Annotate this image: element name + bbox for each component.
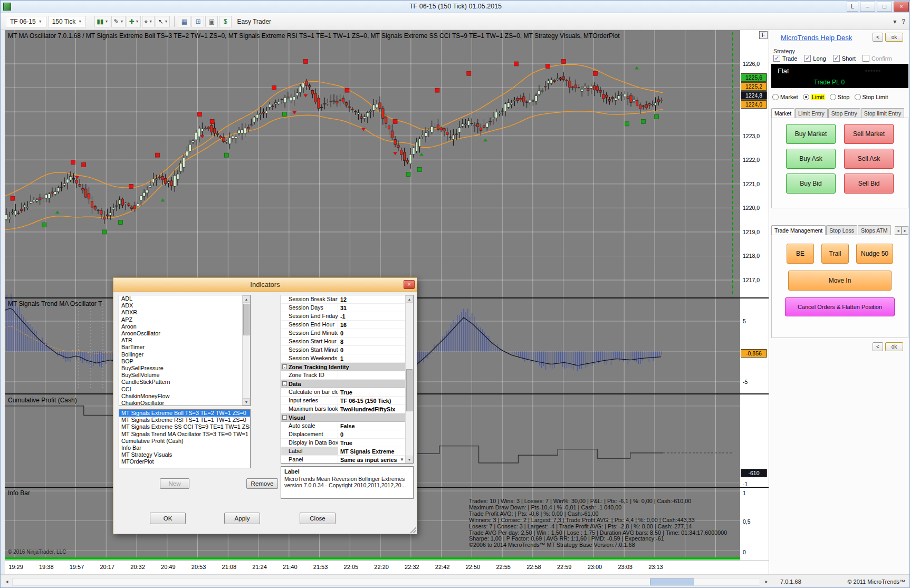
- configured-indicators-list[interactable]: MT Signals Extreme Boll TS=3 TE=2 TW=1 Z…: [119, 409, 251, 468]
- available-indicator-item[interactable]: ChaikinMoneyFlow: [119, 393, 242, 400]
- available-indicator-item[interactable]: Bollinger: [119, 351, 242, 358]
- scrollbar-thumb[interactable]: [243, 304, 250, 335]
- tile-horizontal-icon[interactable]: ▦: [178, 16, 190, 27]
- ok-button[interactable]: ok: [885, 33, 903, 42]
- property-group-header[interactable]: -Visual: [281, 413, 405, 422]
- property-value[interactable]: True: [338, 440, 405, 446]
- order-type-limit[interactable]: Limit: [803, 94, 825, 100]
- be-button[interactable]: BE: [787, 244, 814, 264]
- property-row[interactable]: PanelSame as input series▼: [281, 456, 405, 463]
- configured-indicator-item[interactable]: MT Signals Extreme Boll TS=3 TE=2 TW=1 Z…: [119, 410, 250, 417]
- scroll-up-icon[interactable]: ▲: [406, 295, 413, 303]
- price-axis[interactable]: 1226,01223,01222,01221,01220,01219,01218…: [740, 30, 769, 561]
- scrollbar-thumb[interactable]: [650, 579, 694, 585]
- data-series-icon[interactable]: $: [219, 16, 232, 27]
- tab-stop-entry[interactable]: Stop Entry: [828, 108, 860, 118]
- remove-button[interactable]: Remove: [246, 478, 278, 489]
- ok-button[interactable]: OK: [150, 513, 186, 524]
- buy-bid-button[interactable]: Buy Bid: [786, 173, 836, 194]
- property-row[interactable]: Session Weekends1: [281, 354, 405, 363]
- property-value[interactable]: -1: [338, 313, 405, 320]
- available-indicator-item[interactable]: ADX: [119, 302, 242, 309]
- available-indicator-item[interactable]: ATR: [119, 337, 242, 344]
- configured-indicator-item[interactable]: MTOrderPlot: [119, 458, 250, 465]
- collapse-group-icon[interactable]: -: [282, 381, 287, 386]
- ok-button[interactable]: ok: [885, 342, 903, 351]
- property-row[interactable]: Display in Data BoxTrue: [281, 439, 405, 447]
- scroll-down-icon[interactable]: ▼: [406, 456, 413, 463]
- property-row[interactable]: Input seriesTF 06-15 (150 Tick): [281, 397, 405, 405]
- property-value[interactable]: 0: [338, 431, 405, 438]
- grid-scrollbar[interactable]: ▲ ▼: [405, 295, 413, 463]
- scroll-up-icon[interactable]: ▲: [243, 295, 250, 303]
- available-indicator-item[interactable]: ChaikinOscillator: [119, 400, 242, 406]
- marker-icon[interactable]: ✚▼: [127, 16, 141, 27]
- property-row[interactable]: Calculate on bar closTrue: [281, 388, 405, 397]
- property-value[interactable]: MT Signals Extreme: [338, 448, 405, 455]
- property-value[interactable]: 1: [338, 355, 405, 362]
- chart-style-icon[interactable]: ▮▮▼: [94, 16, 110, 27]
- maximize-button[interactable]: □: [877, 2, 892, 12]
- configured-indicator-item[interactable]: MT Signals Extreme RSI TS=1 TE=1 TW=1 ZS…: [119, 417, 250, 423]
- available-indicator-item[interactable]: AroonOscillator: [119, 330, 242, 337]
- available-indicators-list[interactable]: ADLADXADXRAPZAroonAroonOscillatorATRBarT…: [119, 295, 251, 406]
- order-type-stop-limit[interactable]: Stop Limit: [855, 94, 888, 100]
- tab-stops-atm[interactable]: Stops ATM: [858, 225, 891, 235]
- drawing-tools-icon[interactable]: ✎▼: [111, 16, 126, 27]
- buy-ask-button[interactable]: Buy Ask: [786, 149, 836, 169]
- tab-stop-loss[interactable]: Stop Loss: [826, 225, 857, 235]
- crosshair-icon[interactable]: ⌖▼: [142, 16, 155, 27]
- property-value[interactable]: 12: [338, 296, 405, 303]
- property-group-header[interactable]: -Zone Tracking Identity: [281, 363, 405, 371]
- snapshot-icon[interactable]: ▣: [205, 16, 218, 27]
- property-value[interactable]: 8: [338, 339, 405, 345]
- toolbar-overflow-icon[interactable]: ▾: [893, 18, 896, 25]
- scroll-down-icon[interactable]: ▼: [243, 398, 250, 406]
- tab-trade-management[interactable]: Trade Management: [771, 225, 826, 235]
- help-desk-link[interactable]: MicroTrends Help Desk: [781, 34, 852, 42]
- property-value[interactable]: TF 06-15 (150 Tick): [338, 398, 405, 404]
- available-indicator-item[interactable]: ADXR: [119, 309, 242, 316]
- tab-scroll-arrow[interactable]: ◂: [895, 226, 902, 235]
- property-value[interactable]: Same as input series▼: [338, 457, 405, 463]
- scroll-left-icon[interactable]: ◂: [3, 578, 11, 586]
- collapse-panel-button[interactable]: <: [873, 342, 883, 351]
- configured-indicator-item[interactable]: MT Signals Extreme SS CCI TS=9 TE=1 TW=1…: [119, 423, 250, 430]
- tab-stop-limit-entry[interactable]: Stop limit Entry: [861, 108, 905, 118]
- collapse-group-icon[interactable]: -: [282, 364, 287, 369]
- close-button[interactable]: Close: [300, 513, 336, 524]
- property-value[interactable]: False: [338, 423, 405, 429]
- order-type-market[interactable]: Market: [772, 94, 798, 100]
- available-indicator-item[interactable]: ADL: [119, 295, 242, 302]
- property-row[interactable]: LabelMT Signals Extreme: [281, 447, 405, 456]
- tab-limit-entry[interactable]: Limit Entry: [795, 108, 828, 118]
- property-row[interactable]: Session End Friday-1: [281, 312, 405, 321]
- help-icon[interactable]: ?: [902, 18, 905, 25]
- order-type-stop[interactable]: Stop: [830, 94, 850, 100]
- property-row[interactable]: Session Break Start12: [281, 295, 405, 304]
- available-indicator-item[interactable]: APZ: [119, 316, 242, 323]
- property-value[interactable]: 0: [338, 330, 405, 336]
- property-row[interactable]: Session End Minute0: [281, 329, 405, 338]
- time-axis[interactable]: 19:2919:3819:5720:1720:3220:4920:5321:08…: [5, 561, 769, 574]
- property-value[interactable]: TwoHundredFiftySix: [338, 406, 405, 412]
- configured-indicator-item[interactable]: Info Bar: [119, 445, 250, 451]
- new-button[interactable]: New: [160, 478, 189, 489]
- scrollbar-thumb[interactable]: [406, 369, 413, 411]
- available-indicator-item[interactable]: BuySellVolume: [119, 372, 242, 379]
- dialog-title-bar[interactable]: Indicators ×: [113, 278, 417, 292]
- interval-dropdown[interactable]: 150 Tick ▼: [48, 16, 87, 27]
- sell-bid-button[interactable]: Sell Bid: [844, 173, 894, 194]
- cancel-flatten-button[interactable]: Cancel Orders & Flatten Position: [785, 297, 895, 316]
- apply-button[interactable]: Apply: [224, 513, 260, 524]
- property-value[interactable]: 0: [338, 347, 405, 353]
- checkbox-short[interactable]: ✓Short: [833, 55, 856, 62]
- property-row[interactable]: Auto scaleFalse: [281, 422, 405, 430]
- property-group-header[interactable]: -Data: [281, 380, 405, 388]
- property-row[interactable]: Zone Track ID: [281, 371, 405, 380]
- property-value[interactable]: True: [338, 389, 405, 396]
- property-row[interactable]: Displacement0: [281, 430, 405, 439]
- available-indicator-item[interactable]: Aroon: [119, 323, 242, 330]
- available-indicator-item[interactable]: CCI: [119, 386, 242, 393]
- resize-grip[interactable]: [410, 527, 416, 533]
